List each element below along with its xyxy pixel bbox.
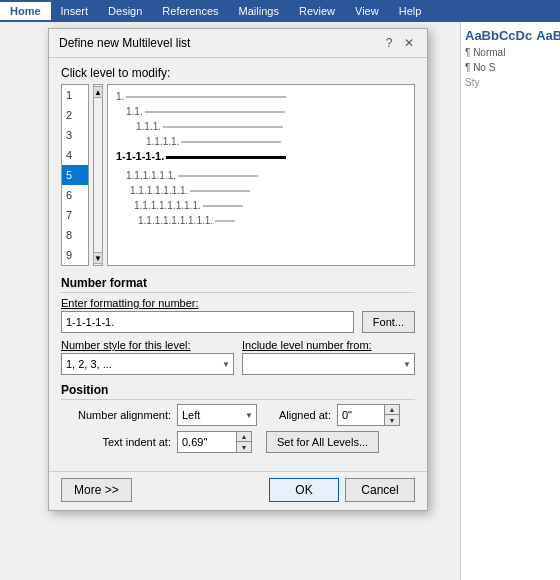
help-button[interactable]: ?	[381, 35, 397, 51]
tab-design[interactable]: Design	[98, 2, 152, 20]
dialog-titlebar: Define new Multilevel list ? ✕	[49, 29, 427, 58]
text-indent-row: Text indent at: ▲ ▼ Set for All Levels..…	[61, 431, 415, 453]
text-indent-down-btn[interactable]: ▼	[237, 442, 251, 452]
number-alignment-select-wrapper[interactable]: Left Center Right	[177, 404, 257, 426]
level-8[interactable]: 8	[62, 225, 88, 245]
number-alignment-row: Number alignment: Left Center Right Alig…	[61, 404, 415, 426]
style-sty-label: Sty	[465, 77, 556, 88]
number-style-select-wrapper[interactable]: 1, 2, 3, ...	[61, 353, 234, 375]
dialog-body: Click level to modify: 1 2 3 4 5 6 7 8 9…	[49, 58, 427, 471]
text-indent-input[interactable]	[177, 431, 237, 453]
level-4[interactable]: 4	[62, 145, 88, 165]
position-section: Position Number alignment: Left Center R…	[61, 383, 415, 453]
aligned-at-down-btn[interactable]: ▼	[385, 415, 399, 425]
style-preview-1: AaBbCcDc	[465, 28, 532, 43]
cancel-button[interactable]: Cancel	[345, 478, 415, 502]
ribbon: Home Insert Design References Mailings R…	[0, 0, 560, 22]
set-all-levels-wrapper: Set for All Levels...	[266, 431, 379, 453]
style-level-row: Number style for this level: 1, 2, 3, ..…	[61, 339, 415, 375]
preview-line-4: 1.1.1.1.	[116, 134, 406, 149]
level-2[interactable]: 2	[62, 105, 88, 125]
close-button[interactable]: ✕	[401, 35, 417, 51]
scroll-up-btn[interactable]: ▲	[93, 86, 103, 98]
level-numbers-list: 1 2 3 4 5 6 7 8 9	[61, 84, 89, 266]
ok-button[interactable]: OK	[269, 478, 339, 502]
tab-references[interactable]: References	[152, 2, 228, 20]
aligned-at-spinner: ▲ ▼	[337, 404, 400, 426]
preview-line-9: 1.1.1.1.1.1.1.1.1.	[116, 213, 406, 228]
level-3[interactable]: 3	[62, 125, 88, 145]
preview-line-2: 1.1.	[116, 104, 406, 119]
preview-line-7: 1.1.1.1.1.1.1.	[116, 183, 406, 198]
tab-view[interactable]: View	[345, 2, 389, 20]
number-alignment-select[interactable]: Left Center Right	[177, 404, 257, 426]
level-scrollbar[interactable]: ▲ ▼	[93, 84, 103, 266]
level-7[interactable]: 7	[62, 205, 88, 225]
scroll-down-btn[interactable]: ▼	[93, 252, 103, 264]
aligned-at-label: Aligned at:	[279, 409, 331, 421]
formatting-input[interactable]	[61, 311, 354, 333]
enter-formatting-label: Enter formatting for number:	[61, 297, 415, 309]
level-preview-container: 1 2 3 4 5 6 7 8 9 ▲ ▼ 1. 1.1.	[61, 84, 415, 266]
aligned-at-spin-btns: ▲ ▼	[385, 404, 400, 426]
set-all-levels-button[interactable]: Set for All Levels...	[266, 431, 379, 453]
click-level-label: Click level to modify:	[61, 66, 415, 80]
right-buttons: OK Cancel	[269, 478, 415, 502]
level-6[interactable]: 6	[62, 185, 88, 205]
style-no: ¶ No S	[465, 62, 556, 73]
preview-line-6: 1.1.1.1.1.1.	[116, 168, 406, 183]
formatting-row: Font...	[61, 311, 415, 333]
include-level-select[interactable]	[242, 353, 415, 375]
tab-home[interactable]: Home	[0, 2, 51, 20]
tab-insert[interactable]: Insert	[51, 2, 99, 20]
font-button[interactable]: Font...	[362, 311, 415, 333]
style-normal: ¶ Normal	[465, 47, 556, 58]
preview-line-8: 1.1.1.1.1.1.1.1.	[116, 198, 406, 213]
level-1[interactable]: 1	[62, 85, 88, 105]
style-sidebar: AaBbCcDc AaBb ¶ Normal ¶ No S Sty	[460, 22, 560, 580]
level-preview-area: 1. 1.1. 1.1.1. 1.1.1.1. 1-1-1-1-1. 1.1.1…	[107, 84, 415, 266]
text-indent-spin-btns: ▲ ▼	[237, 431, 252, 453]
aligned-at-input[interactable]	[337, 404, 385, 426]
dialog-buttons: More >> OK Cancel	[49, 471, 427, 510]
number-style-group: Number style for this level: 1, 2, 3, ..…	[61, 339, 234, 375]
dialog-define-multilevel: Define new Multilevel list ? ✕ Click lev…	[48, 28, 428, 511]
include-level-select-wrapper[interactable]	[242, 353, 415, 375]
tab-help[interactable]: Help	[389, 2, 432, 20]
text-indent-up-btn[interactable]: ▲	[237, 432, 251, 442]
number-style-select[interactable]: 1, 2, 3, ...	[61, 353, 234, 375]
level-9[interactable]: 9	[62, 245, 88, 265]
preview-line-3: 1.1.1.	[116, 119, 406, 134]
text-indent-label: Text indent at:	[61, 436, 171, 448]
position-title: Position	[61, 383, 415, 400]
tab-mailings[interactable]: Mailings	[229, 2, 289, 20]
preview-line-1: 1.	[116, 89, 406, 104]
level-5[interactable]: 5	[62, 165, 88, 185]
include-level-group: Include level number from:	[242, 339, 415, 375]
preview-line-5-selected: 1-1-1-1-1.	[116, 149, 406, 164]
number-style-label: Number style for this level:	[61, 339, 234, 351]
titlebar-controls: ? ✕	[381, 35, 417, 51]
text-indent-spinner: ▲ ▼	[177, 431, 252, 453]
style-preview-2: AaBb	[536, 28, 560, 43]
aligned-at-up-btn[interactable]: ▲	[385, 405, 399, 415]
more-button[interactable]: More >>	[61, 478, 132, 502]
number-format-title: Number format	[61, 276, 415, 293]
dialog-title: Define new Multilevel list	[59, 36, 190, 50]
tab-review[interactable]: Review	[289, 2, 345, 20]
include-level-label: Include level number from:	[242, 339, 415, 351]
number-alignment-label: Number alignment:	[61, 409, 171, 421]
number-format-section: Number format Enter formatting for numbe…	[61, 276, 415, 375]
